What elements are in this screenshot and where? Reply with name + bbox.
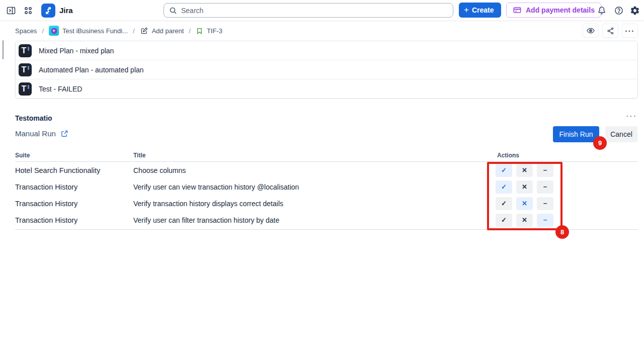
column-header-actions: Actions [497,152,519,159]
pass-check-button[interactable]: ✓ [496,164,512,177]
title-cell: Verify user can view transaction history… [133,183,299,191]
skip-dash-button[interactable]: − [537,197,553,210]
app-switcher-icon[interactable] [23,6,33,16]
fail-cross-button[interactable]: ✕ [516,180,533,194]
table-row: Transaction History Verify user can filt… [15,212,638,228]
actions-cell: ✓ ✕ − [496,180,553,194]
suite-cell: Hotel Search Functionality [15,166,100,174]
notifications-bell-icon[interactable] [597,6,607,16]
breadcrumb-separator: / [189,27,191,35]
breadcrumb-spaces[interactable]: Spaces [15,27,37,35]
jira-logo[interactable] [41,4,55,18]
title-cell: Choose columns [133,166,186,174]
fail-cross-button[interactable]: ✕ [516,214,533,227]
testomatio-logo-icon: T [19,82,32,96]
create-button[interactable]: + Create [459,3,501,18]
scrollbar-thumb[interactable] [3,40,4,59]
plan-label: Automated Plan - automated plan [39,66,144,74]
run-title: Manual Run [15,129,56,138]
settings-gear-icon[interactable] [630,6,640,16]
edit-pencil-icon [140,27,148,35]
suite-cell: Transaction History [15,200,77,208]
run-title-line: Manual Run [15,129,68,138]
search-input[interactable] [181,7,448,15]
cancel-button[interactable]: Cancel [605,126,637,142]
app-title: Jira [59,6,73,15]
pass-check-button[interactable]: ✓ [496,180,512,194]
breadcrumb-add-parent[interactable]: Add parent [140,27,184,35]
watch-eye-icon[interactable] [583,24,599,38]
top-nav-bar: Jira + Create Add payment details [0,0,644,21]
breadcrumb-issue[interactable]: TIF-3 [196,27,222,35]
table-row: Hotel Search Functionality Choose column… [15,162,638,178]
more-actions-icon[interactable]: ··· [622,24,638,38]
search-icon [169,7,177,15]
pass-check-button[interactable]: ✓ [496,214,512,227]
title-cell: Verify user can filter transaction histo… [133,216,279,224]
table-header-row: Suite Title Actions [15,149,638,162]
breadcrumb-separator: / [42,27,44,35]
breadcrumb-project[interactable]: Test iBusiness Fundi... [49,26,128,36]
sidebar-toggle-icon[interactable] [6,6,16,16]
list-item[interactable]: T Test - FAILED [16,79,637,99]
page-toolbar: ··· [583,24,638,38]
breadcrumb: Spaces / Test iBusiness Fundi... / Add p… [15,21,222,40]
skip-dash-button[interactable]: − [537,214,553,227]
table-bottom-divider [15,229,638,230]
help-icon[interactable] [614,6,624,16]
bookmark-icon [196,27,203,35]
plan-label: Test - FAILED [39,85,82,93]
fail-cross-button[interactable]: ✕ [516,197,533,210]
skip-dash-button[interactable]: − [537,164,553,177]
plan-label: Mixed Plan - mixed plan [39,47,114,55]
annotation-badge-8: 8 [555,225,569,239]
testomatio-logo-icon: T [19,44,32,57]
suite-cell: Transaction History [15,216,77,224]
section-more-icon[interactable]: ··· [626,112,637,121]
skip-dash-button[interactable]: − [537,180,553,194]
actions-cell: ✓ ✕ − [496,197,553,210]
list-item[interactable]: T Mixed Plan - mixed plan [16,41,637,60]
share-icon[interactable] [602,24,618,38]
actions-cell: ✓ ✕ − [496,164,553,177]
fail-cross-button[interactable]: ✕ [516,164,533,177]
annotation-badge-9: 9 [593,136,607,150]
table-row: Transaction History Verify user can view… [15,178,638,195]
column-header-suite: Suite [15,152,30,159]
column-header-title: Title [133,152,145,159]
section-title: Testomatio [15,114,52,122]
global-search[interactable] [164,3,453,18]
list-item[interactable]: T Automated Plan - automated plan [16,60,637,79]
plus-icon: + [464,5,469,15]
test-plans-card: T Mixed Plan - mixed plan T Automated Pl… [15,41,638,99]
finish-run-button[interactable]: Finish Run [553,126,599,142]
breadcrumb-separator: / [133,27,135,35]
suite-cell: Transaction History [15,183,77,191]
pass-check-button[interactable]: ✓ [496,197,512,210]
title-cell: Verify transaction history displays corr… [133,200,283,208]
project-avatar-icon [49,26,59,36]
actions-cell: ✓ ✕ − [496,214,553,227]
credit-card-icon [513,6,522,15]
testomatio-logo-icon: T [19,63,32,76]
table-row: Transaction History Verify transaction h… [15,195,638,212]
test-table-body: Hotel Search Functionality Choose column… [15,162,638,228]
add-payment-details-button[interactable]: Add payment details [506,3,601,18]
breadcrumb-bar: Spaces / Test iBusiness Fundi... / Add p… [0,21,644,40]
external-link-icon[interactable] [60,130,68,138]
